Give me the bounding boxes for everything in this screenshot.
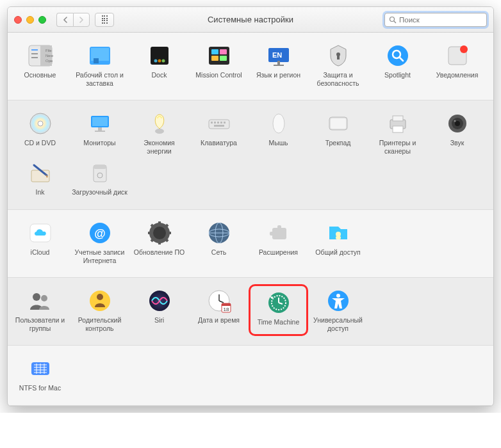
pref-label: Siri <box>154 316 164 324</box>
accessibility-icon <box>325 288 351 314</box>
pref-desktop[interactable]: Рабочий стол и заставка <box>70 40 129 90</box>
chevron-left-icon <box>63 17 68 23</box>
pref-displays[interactable]: Мониторы <box>70 108 129 157</box>
svg-rect-44 <box>220 122 222 124</box>
pref-label: Основные <box>24 71 56 79</box>
svg-line-1 <box>394 21 396 23</box>
system-preferences-window: Системные настройки FileNewOpeОсновныеРа… <box>7 6 494 406</box>
svg-text:18: 18 <box>223 307 229 312</box>
pref-label: Уведомления <box>436 71 479 79</box>
pref-ink[interactable]: Ink <box>10 157 70 199</box>
window-title: Системные настройки <box>208 15 293 24</box>
svg-rect-51 <box>393 116 403 121</box>
svg-rect-43 <box>217 122 219 124</box>
svg-rect-7 <box>31 49 38 51</box>
minimize-button[interactable] <box>26 16 34 24</box>
grid-icon <box>102 15 108 24</box>
pref-label: Расширения <box>259 248 298 257</box>
chevron-right-icon <box>79 17 84 23</box>
svg-rect-82 <box>336 236 341 239</box>
svg-rect-40 <box>209 120 229 129</box>
section-3: Пользователи и группыРодительский контро… <box>8 278 493 346</box>
pref-startup[interactable]: Загрузочный диск <box>70 157 129 199</box>
users-icon <box>28 288 53 314</box>
network-icon <box>206 220 232 246</box>
sharing-icon <box>325 220 351 246</box>
pref-dock[interactable]: Dock <box>129 40 189 90</box>
pref-printers[interactable]: Принтеры и сканеры <box>368 108 427 157</box>
ink-icon <box>28 160 53 186</box>
pref-parental[interactable]: Родительский контроль <box>70 285 129 335</box>
pref-language[interactable]: ENЯзык и регион <box>249 40 308 90</box>
pref-label: Клавиатура <box>201 139 237 147</box>
pref-software[interactable]: Обновление ПО <box>129 218 189 267</box>
nav-buttons <box>56 13 90 27</box>
pref-label: Язык и регион <box>256 71 300 79</box>
svg-point-14 <box>154 60 157 63</box>
pref-label: Сеть <box>211 248 226 257</box>
svg-point-34 <box>38 121 43 126</box>
section-0: FileNewOpeОсновныеРабочий стол и заставк… <box>8 33 493 100</box>
close-button[interactable] <box>14 16 22 24</box>
svg-rect-59 <box>94 165 106 169</box>
pref-keyboard[interactable]: Клавиатура <box>189 108 249 157</box>
search-input[interactable] <box>399 16 482 24</box>
pref-security[interactable]: Защита и безопасность <box>308 40 368 90</box>
pref-mission[interactable]: Mission Control <box>189 40 249 90</box>
pref-sound[interactable]: Звук <box>427 108 487 157</box>
window-controls <box>14 16 46 24</box>
siri-icon <box>147 288 172 314</box>
row: NTFS for Mac <box>10 353 491 395</box>
pref-ntfs[interactable]: NTFS for Mac <box>10 353 70 395</box>
pref-energy[interactable]: Экономия энергии <box>129 108 189 157</box>
pref-notifications[interactable]: Уведомления <box>427 40 487 90</box>
sound-icon <box>445 111 470 136</box>
pref-label: Принтеры и сканеры <box>369 139 426 155</box>
pref-spotlight[interactable]: Spotlight <box>368 40 427 90</box>
svg-text:Ope: Ope <box>45 59 53 63</box>
pref-accessibility[interactable]: Универсальный доступ <box>308 285 368 335</box>
svg-rect-8 <box>31 53 38 54</box>
svg-rect-80 <box>277 225 281 230</box>
svg-rect-38 <box>95 131 105 132</box>
pref-label: iCloud <box>31 248 50 257</box>
pref-datetime[interactable]: 18Дата и время <box>189 285 249 335</box>
pref-label: Универсальный доступ <box>309 316 366 332</box>
svg-rect-92 <box>222 303 231 306</box>
zoom-button[interactable] <box>38 16 46 24</box>
pref-timemachine[interactable]: Time Machine <box>249 284 308 336</box>
pref-users[interactable]: Пользователи и группы <box>10 285 70 335</box>
svg-point-15 <box>158 60 161 63</box>
pref-label: Экономия энергии <box>131 139 188 155</box>
pref-trackpad[interactable]: Трекпад <box>308 108 368 157</box>
pref-extensions[interactable]: Расширения <box>249 218 308 267</box>
search-field[interactable] <box>384 13 487 27</box>
pref-cddvd[interactable]: CD и DVD <box>10 108 70 157</box>
general-icon: FileNewOpe <box>28 43 53 68</box>
pref-sharing[interactable]: Общий доступ <box>308 218 368 267</box>
pref-label: Ink <box>35 188 44 196</box>
back-button[interactable] <box>56 13 73 27</box>
pref-label: Spotlight <box>384 71 411 79</box>
pref-accounts[interactable]: @Учетные записи Интернета <box>70 218 129 267</box>
show-all-button[interactable] <box>95 13 114 27</box>
accounts-icon: @ <box>87 220 113 246</box>
displays-icon <box>87 111 113 136</box>
svg-rect-42 <box>214 122 216 124</box>
pref-network[interactable]: Сеть <box>189 218 249 267</box>
dock-icon <box>147 43 172 68</box>
pref-icloud[interactable]: iCloud <box>10 218 70 267</box>
svg-point-65 <box>153 227 166 239</box>
svg-rect-45 <box>224 122 226 124</box>
svg-text:File: File <box>45 49 52 52</box>
svg-rect-79 <box>270 232 275 236</box>
row: iCloud@Учетные записи ИнтернетаОбновлени… <box>10 218 491 267</box>
pref-siri[interactable]: Siri <box>129 285 189 335</box>
forward-button[interactable] <box>73 13 90 27</box>
svg-line-71 <box>165 239 168 241</box>
notifications-icon <box>445 43 470 68</box>
pref-general[interactable]: FileNewOpeОсновные <box>10 40 70 90</box>
pref-mouse[interactable]: Мышь <box>249 108 308 157</box>
pref-label: Time Machine <box>258 318 300 326</box>
pref-label: NTFS for Mac <box>19 384 61 392</box>
